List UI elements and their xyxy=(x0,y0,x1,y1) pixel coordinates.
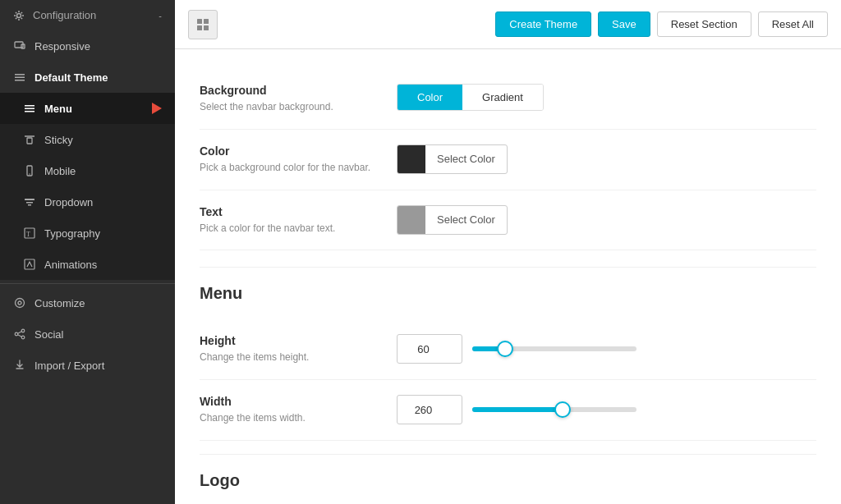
grid-icon-btn[interactable] xyxy=(188,10,218,39)
sidebar-item-animations[interactable]: Animations xyxy=(0,249,175,280)
background-label: Background xyxy=(200,84,380,97)
mobile-icon xyxy=(23,164,36,177)
gear-icon xyxy=(13,10,25,21)
sidebar-item-customize[interactable]: Customize xyxy=(0,287,175,318)
width-label: Width xyxy=(200,395,380,408)
text-control: Select Color xyxy=(380,205,816,235)
height-slider-thumb[interactable] xyxy=(497,341,513,357)
color-swatch-gray xyxy=(398,206,425,234)
svg-rect-13 xyxy=(25,199,34,200)
sidebar-item-mobile[interactable]: Mobile xyxy=(0,155,175,186)
logo-section-title: Logo xyxy=(200,471,816,490)
menu-section-title: Menu xyxy=(200,284,816,303)
sidebar-item-responsive[interactable]: Responsive xyxy=(0,30,175,62)
customize-icon xyxy=(13,296,26,309)
sidebar-item-import-export[interactable]: Import / Export xyxy=(0,350,175,381)
sticky-icon xyxy=(23,133,36,146)
sidebar-item-menu[interactable]: Menu xyxy=(0,93,175,124)
customize-label: Customize xyxy=(34,297,162,309)
default-theme-label: Default Theme xyxy=(34,71,162,84)
sidebar-item-typography[interactable]: T Typography xyxy=(0,218,175,249)
svg-point-22 xyxy=(15,332,18,336)
svg-rect-7 xyxy=(25,108,34,110)
gradient-toggle-btn[interactable]: Gradient xyxy=(462,85,543,110)
create-theme-button[interactable]: Create Theme xyxy=(495,11,591,37)
menu-section-divider: Menu xyxy=(200,267,816,303)
svg-rect-4 xyxy=(15,77,25,79)
text-label: Text xyxy=(200,205,380,218)
svg-point-21 xyxy=(21,329,25,332)
content-area: Background Select the navbar background.… xyxy=(175,49,841,504)
height-slider-track xyxy=(472,346,636,351)
svg-line-24 xyxy=(18,332,22,333)
dropdown-label: Dropdown xyxy=(44,196,162,208)
svg-point-23 xyxy=(21,336,25,339)
svg-point-20 xyxy=(18,301,21,305)
svg-rect-15 xyxy=(28,204,31,206)
color-toggle-btn[interactable]: Color xyxy=(398,85,462,110)
responsive-icon xyxy=(13,39,26,53)
height-setting-row: Height Change the items height. xyxy=(200,319,816,380)
configuration-label: Configuration xyxy=(33,9,150,21)
svg-rect-3 xyxy=(15,74,25,76)
menu-label: Menu xyxy=(44,103,140,115)
svg-line-25 xyxy=(18,335,22,337)
height-setting-info: Height Change the items height. xyxy=(200,334,380,364)
text-color-select-button[interactable]: Select Color xyxy=(397,205,508,235)
height-input[interactable] xyxy=(397,334,462,364)
social-label: Social xyxy=(34,328,162,341)
social-icon xyxy=(13,328,26,341)
width-desc: Change the items width. xyxy=(200,411,380,425)
height-slider[interactable] xyxy=(472,341,636,357)
width-slider[interactable] xyxy=(472,401,636,418)
sidebar-item-configuration[interactable]: Configuration - xyxy=(0,0,175,30)
dropdown-icon xyxy=(23,195,36,208)
configuration-suffix: - xyxy=(159,11,162,21)
arrow-indicator xyxy=(152,103,162,114)
logo-section-divider: Logo xyxy=(200,454,816,490)
svg-point-0 xyxy=(17,13,21,17)
sidebar-item-default-theme[interactable]: Default Theme xyxy=(0,62,175,93)
typography-icon: T xyxy=(23,227,36,240)
svg-rect-6 xyxy=(25,105,34,107)
sidebar-item-sticky[interactable]: Sticky xyxy=(0,124,175,155)
svg-text:T: T xyxy=(26,231,30,238)
width-input[interactable] xyxy=(397,395,462,424)
color-swatch-dark xyxy=(398,145,425,173)
text-desc: Pick a color for the navbar text. xyxy=(200,222,380,236)
svg-rect-29 xyxy=(204,25,209,30)
color-setting-row: Color Pick a background color for the na… xyxy=(200,130,816,190)
color-control: Select Color xyxy=(380,144,816,174)
width-setting-row: Width Change the items width. xyxy=(200,380,816,441)
svg-rect-8 xyxy=(25,111,34,112)
sidebar-divider-1 xyxy=(0,283,175,284)
sidebar-item-dropdown[interactable]: Dropdown xyxy=(0,186,175,218)
svg-rect-26 xyxy=(197,19,202,24)
menu-icon xyxy=(23,102,36,115)
color-label: Color xyxy=(200,144,380,158)
sidebar: Configuration - Responsive Defa xyxy=(0,0,175,504)
menu-lines-icon xyxy=(13,71,26,84)
svg-rect-28 xyxy=(197,25,202,30)
height-label: Height xyxy=(200,334,380,347)
main-area: Create Theme Save Reset Section Reset Al… xyxy=(175,0,841,504)
import-export-icon xyxy=(13,359,26,372)
toolbar: Create Theme Save Reset Section Reset Al… xyxy=(175,0,841,49)
width-setting-info: Width Change the items width. xyxy=(200,395,380,425)
svg-rect-5 xyxy=(15,80,25,81)
width-slider-track xyxy=(472,407,636,412)
background-control: Color Gradient xyxy=(380,84,816,111)
app-container: Configuration - Responsive Defa xyxy=(0,0,841,504)
toolbar-left xyxy=(188,10,218,39)
sidebar-item-social[interactable]: Social xyxy=(0,318,175,350)
responsive-label: Responsive xyxy=(34,40,162,53)
color-select-button[interactable]: Select Color xyxy=(397,144,508,174)
height-desc: Change the items height. xyxy=(200,351,380,364)
typography-label: Typography xyxy=(44,227,162,240)
save-button[interactable]: Save xyxy=(598,11,650,37)
reset-section-button[interactable]: Reset Section xyxy=(657,11,751,37)
reset-all-button[interactable]: Reset All xyxy=(758,11,828,37)
width-slider-thumb[interactable] xyxy=(554,401,571,418)
svg-point-12 xyxy=(29,173,30,174)
sticky-label: Sticky xyxy=(44,134,162,146)
